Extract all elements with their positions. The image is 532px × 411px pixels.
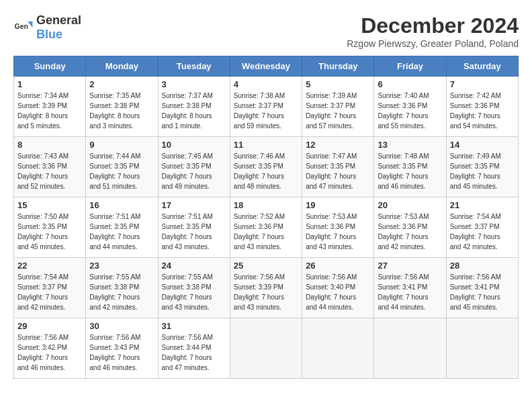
day-info: Sunrise: 7:39 AMSunset: 3:37 PMDaylight:… [306,91,370,131]
title-block: December 2024 Rzgow Pierwszy, Greater Po… [347,13,519,49]
day-info: Sunrise: 7:56 AMSunset: 3:41 PMDaylight:… [450,272,515,312]
day-number: 24 [162,261,226,271]
day-info: Sunrise: 7:43 AMSunset: 3:36 PMDaylight:… [17,151,82,191]
week-row-4: 22Sunrise: 7:54 AMSunset: 3:37 PMDayligh… [14,258,519,318]
calendar-cell: 25Sunrise: 7:56 AMSunset: 3:39 PMDayligh… [230,258,302,318]
svg-text:Gen: Gen [15,22,28,30]
col-header-sunday: Sunday [14,56,86,77]
calendar-cell: 28Sunrise: 7:56 AMSunset: 3:41 PMDayligh… [446,258,518,318]
calendar-cell: 9Sunrise: 7:44 AMSunset: 3:35 PMDaylight… [86,137,158,197]
calendar-cell: 20Sunrise: 7:53 AMSunset: 3:36 PMDayligh… [374,197,446,258]
day-info: Sunrise: 7:38 AMSunset: 3:37 PMDaylight:… [234,91,298,131]
day-number: 3 [162,79,226,89]
day-info: Sunrise: 7:54 AMSunset: 3:37 PMDaylight:… [17,272,82,312]
col-header-monday: Monday [86,56,158,77]
calendar-cell: 23Sunrise: 7:55 AMSunset: 3:38 PMDayligh… [86,258,158,318]
calendar-table: SundayMondayTuesdayWednesdayThursdayFrid… [13,56,519,379]
day-number: 2 [89,79,154,89]
day-info: Sunrise: 7:35 AMSunset: 3:38 PMDaylight:… [89,91,154,131]
day-info: Sunrise: 7:56 AMSunset: 3:44 PMDaylight:… [162,332,226,373]
calendar-cell: 16Sunrise: 7:51 AMSunset: 3:35 PMDayligh… [86,197,158,258]
col-header-saturday: Saturday [446,56,518,77]
day-number: 25 [234,261,298,271]
day-info: Sunrise: 7:40 AMSunset: 3:36 PMDaylight:… [378,91,442,131]
calendar-body: 1Sunrise: 7:34 AMSunset: 3:39 PMDaylight… [14,77,519,379]
day-info: Sunrise: 7:51 AMSunset: 3:35 PMDaylight:… [162,212,226,252]
calendar-cell: 18Sunrise: 7:52 AMSunset: 3:36 PMDayligh… [230,197,302,258]
day-number: 26 [306,261,370,271]
day-number: 31 [162,321,226,331]
day-info: Sunrise: 7:53 AMSunset: 3:36 PMDaylight:… [378,212,442,252]
calendar-cell: 17Sunrise: 7:51 AMSunset: 3:35 PMDayligh… [158,197,230,258]
day-info: Sunrise: 7:51 AMSunset: 3:35 PMDaylight:… [89,212,154,252]
calendar-cell: 15Sunrise: 7:50 AMSunset: 3:35 PMDayligh… [14,197,86,258]
location: Rzgow Pierwszy, Greater Poland, Poland [347,38,519,49]
day-number: 1 [17,79,82,89]
calendar-cell: 31Sunrise: 7:56 AMSunset: 3:44 PMDayligh… [158,318,230,379]
day-number: 29 [17,321,82,331]
calendar-cell: 30Sunrise: 7:56 AMSunset: 3:43 PMDayligh… [86,318,158,379]
day-number: 7 [450,79,515,89]
day-info: Sunrise: 7:48 AMSunset: 3:35 PMDaylight:… [378,151,442,191]
day-number: 28 [450,261,515,271]
day-number: 10 [162,140,226,150]
day-number: 5 [306,79,370,89]
calendar-cell: 21Sunrise: 7:54 AMSunset: 3:37 PMDayligh… [446,197,518,258]
calendar-cell [446,318,518,379]
calendar-cell: 12Sunrise: 7:47 AMSunset: 3:35 PMDayligh… [302,137,374,197]
calendar-cell: 1Sunrise: 7:34 AMSunset: 3:39 PMDaylight… [14,77,86,137]
day-number: 4 [234,79,298,89]
day-info: Sunrise: 7:53 AMSunset: 3:36 PMDaylight:… [306,212,370,252]
calendar-cell: 14Sunrise: 7:49 AMSunset: 3:35 PMDayligh… [446,137,518,197]
logo: Gen General Blue [13,13,81,42]
svg-marker-1 [28,21,33,28]
calendar-cell [302,318,374,379]
logo-blue: Blue [36,28,62,41]
calendar-cell [230,318,302,379]
day-info: Sunrise: 7:56 AMSunset: 3:42 PMDaylight:… [17,332,82,373]
logo-general: General [36,13,81,27]
day-number: 19 [306,200,370,210]
col-header-wednesday: Wednesday [230,56,302,77]
day-info: Sunrise: 7:55 AMSunset: 3:38 PMDaylight:… [162,272,226,312]
calendar-cell: 26Sunrise: 7:56 AMSunset: 3:40 PMDayligh… [302,258,374,318]
page-header: Gen General Blue December 2024 Rzgow Pie… [13,13,519,49]
week-row-1: 1Sunrise: 7:34 AMSunset: 3:39 PMDaylight… [14,77,519,137]
calendar-cell: 29Sunrise: 7:56 AMSunset: 3:42 PMDayligh… [14,318,86,379]
day-number: 22 [17,261,82,271]
day-info: Sunrise: 7:49 AMSunset: 3:35 PMDaylight:… [450,151,515,191]
calendar-cell: 7Sunrise: 7:42 AMSunset: 3:36 PMDaylight… [446,77,518,137]
day-number: 27 [378,261,442,271]
day-number: 8 [17,140,82,150]
day-number: 23 [89,261,154,271]
day-number: 30 [89,321,154,331]
week-row-3: 15Sunrise: 7:50 AMSunset: 3:35 PMDayligh… [14,197,519,258]
calendar-cell: 10Sunrise: 7:45 AMSunset: 3:35 PMDayligh… [158,137,230,197]
day-info: Sunrise: 7:54 AMSunset: 3:37 PMDaylight:… [450,212,515,252]
calendar-cell: 4Sunrise: 7:38 AMSunset: 3:37 PMDaylight… [230,77,302,137]
logo-icon: Gen [13,17,34,38]
calendar-cell: 19Sunrise: 7:53 AMSunset: 3:36 PMDayligh… [302,197,374,258]
day-info: Sunrise: 7:34 AMSunset: 3:39 PMDaylight:… [17,91,82,131]
day-info: Sunrise: 7:37 AMSunset: 3:38 PMDaylight:… [162,91,226,131]
day-number: 14 [450,140,515,150]
day-number: 11 [234,140,298,150]
week-row-2: 8Sunrise: 7:43 AMSunset: 3:36 PMDaylight… [14,137,519,197]
day-number: 15 [17,200,82,210]
day-info: Sunrise: 7:56 AMSunset: 3:43 PMDaylight:… [89,332,154,373]
week-row-5: 29Sunrise: 7:56 AMSunset: 3:42 PMDayligh… [14,318,519,379]
day-number: 17 [162,200,226,210]
day-number: 6 [378,79,442,89]
calendar-cell: 6Sunrise: 7:40 AMSunset: 3:36 PMDaylight… [374,77,446,137]
calendar-cell: 22Sunrise: 7:54 AMSunset: 3:37 PMDayligh… [14,258,86,318]
day-number: 12 [306,140,370,150]
day-number: 21 [450,200,515,210]
day-info: Sunrise: 7:42 AMSunset: 3:36 PMDaylight:… [450,91,515,131]
day-info: Sunrise: 7:55 AMSunset: 3:38 PMDaylight:… [89,272,154,312]
day-info: Sunrise: 7:45 AMSunset: 3:35 PMDaylight:… [162,151,226,191]
calendar-cell: 11Sunrise: 7:46 AMSunset: 3:35 PMDayligh… [230,137,302,197]
calendar-cell: 27Sunrise: 7:56 AMSunset: 3:41 PMDayligh… [374,258,446,318]
day-info: Sunrise: 7:44 AMSunset: 3:35 PMDaylight:… [89,151,154,191]
calendar-cell [374,318,446,379]
day-info: Sunrise: 7:56 AMSunset: 3:39 PMDaylight:… [234,272,298,312]
